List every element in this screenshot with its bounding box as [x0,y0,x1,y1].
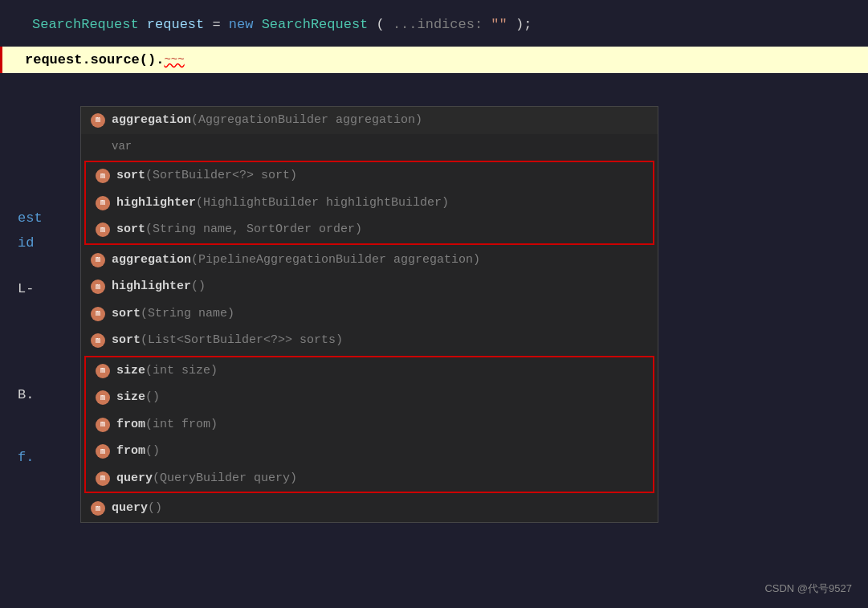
squiggle: ~~~ [164,53,184,66]
code-text: SearchRequest request = new SearchReques… [32,17,532,32]
method-icon: m [96,169,110,183]
left-partial-est: est [18,210,43,226]
method-icon: m [91,113,105,128]
var-text: var [112,137,132,157]
ac-item-query1[interactable]: m query (QueryBuilder query) [86,465,653,492]
active-line-text: request.source(). [25,52,164,67]
method-icon: m [96,444,110,459]
method-icon: m [91,501,105,516]
method-icon: m [91,280,105,294]
left-partial-f: f. [18,450,34,465]
method-icon: m [96,196,110,210]
ac-item-from2[interactable]: m from () [86,438,653,465]
active-line: request.source(). ~~~ [0,47,868,73]
left-partial-id: id [18,235,34,251]
ac-item-query2[interactable]: m query () [81,495,658,522]
method-icon: m [91,307,105,321]
ac-item-sort3[interactable]: m sort (String name) [81,300,658,328]
ac-item-var[interactable]: var [81,134,658,160]
autocomplete-dropdown: m aggregation (AggregationBuilder aggreg… [80,106,658,523]
left-partial-b: B. [18,387,34,402]
ac-item-sort2[interactable]: m sort (String name, SortOrder order) [86,216,653,243]
method-icon: m [96,471,110,486]
method-icon: m [96,390,110,405]
left-partial-l: L- [18,281,34,296]
ac-item-size2[interactable]: m size () [86,384,653,411]
ac-item-from1[interactable]: m from (int from) [86,411,653,439]
ac-item-sort4[interactable]: m sort (List<SortBuilder<?>> sorts) [81,327,658,354]
watermark: CSDN @代号9527 [764,581,852,596]
method-icon: m [91,333,105,348]
ac-item-highlighter2[interactable]: m highlighter () [81,273,658,300]
ac-item-aggregation1[interactable]: m aggregation (AggregationBuilder aggreg… [81,107,658,134]
ac-item-highlighter1[interactable]: m highlighter (HighlightBuilder highligh… [86,190,653,217]
method-icon: m [96,222,110,237]
method-icon: m [91,253,105,267]
method-icon: m [96,364,110,378]
ac-item-aggregation2[interactable]: m aggregation (PipelineAggregationBuilde… [81,247,658,274]
method-icon: m [96,418,110,432]
top-code-line: SearchRequest request = new SearchReques… [0,0,868,43]
ac-item-sort1[interactable]: m sort (SortBuilder<?> sort) [86,162,653,190]
ac-item-size1[interactable]: m size (int size) [86,357,653,385]
